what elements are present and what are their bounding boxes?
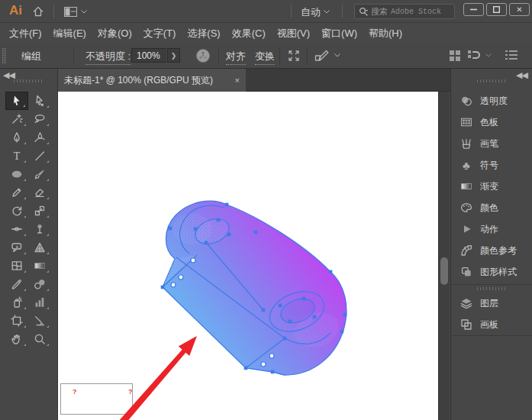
svg-text:T: T — [14, 150, 21, 162]
panel-actions[interactable]: 动作 — [451, 218, 532, 240]
separator — [342, 5, 343, 18]
direct-selection-tool[interactable] — [28, 92, 51, 110]
search-icon — [359, 7, 368, 16]
chevron-down-icon[interactable] — [485, 53, 492, 57]
transform-link[interactable]: 变换 — [255, 50, 275, 65]
menu-select[interactable]: 选择(S) — [187, 27, 220, 40]
vertical-scrollbar[interactable] — [438, 92, 450, 420]
selection-tool[interactable] — [5, 92, 28, 110]
mesh-tool[interactable] — [5, 257, 28, 275]
eyedropper-tool[interactable] — [5, 275, 28, 293]
separator — [73, 47, 74, 65]
perspective-grid-tool[interactable] — [28, 238, 51, 257]
minimize-button[interactable] — [463, 3, 484, 16]
blend-tool[interactable] — [28, 275, 51, 293]
menu-list-icon[interactable] — [505, 50, 517, 60]
panel-transparency[interactable]: 透明度 — [451, 90, 532, 111]
panel-artboards[interactable]: 画板 — [451, 314, 532, 335]
separator — [307, 47, 308, 65]
separator — [53, 5, 54, 18]
pencil-preset-icon[interactable] — [314, 49, 330, 63]
column-graph-tool[interactable] — [28, 293, 51, 312]
menu-edit[interactable]: 编辑(E) — [53, 27, 86, 40]
menu-view[interactable]: 视图(V) — [277, 27, 310, 40]
toolbar-panel: ◀◀ T — [0, 69, 58, 420]
tab-close-icon[interactable]: × — [235, 76, 240, 85]
collapse-panel-icon[interactable]: ◀◀ — [516, 70, 527, 80]
arrange-documents-icon[interactable] — [449, 50, 461, 62]
panel-grip[interactable] — [2, 48, 6, 64]
curvature-tool[interactable] — [28, 128, 51, 147]
separator — [291, 5, 292, 18]
gradient-icon — [460, 180, 472, 192]
menu-file[interactable]: 文件(F) — [9, 27, 42, 40]
canvas-artboard[interactable]: ? ? — [58, 92, 438, 420]
document-layout-icon[interactable] — [467, 50, 481, 62]
swatches-icon — [460, 116, 472, 128]
close-button[interactable]: ✕ — [509, 3, 530, 16]
panel-color[interactable]: 颜色 — [451, 197, 532, 218]
artboard-tool[interactable] — [5, 312, 28, 330]
width-tool[interactable] — [5, 220, 28, 238]
shaper-tool[interactable] — [5, 238, 28, 257]
search-brand: Adobe Stock — [391, 8, 441, 16]
magic-wand-tool[interactable] — [5, 110, 28, 128]
menu-object[interactable]: 对象(O) — [98, 27, 132, 40]
menu-help[interactable]: 帮助(H) — [369, 27, 402, 40]
red-arrow-annotation — [120, 336, 197, 420]
menu-window[interactable]: 窗口(W) — [321, 27, 357, 40]
layers-icon — [460, 297, 472, 309]
search-input[interactable]: 搜索 Adobe Stock — [354, 4, 455, 19]
panel-grip[interactable] — [477, 287, 506, 290]
lasso-tool[interactable] — [28, 110, 51, 128]
panel-layers[interactable]: 图层 — [451, 292, 532, 314]
maximize-button[interactable] — [486, 3, 507, 16]
chevron-down-icon[interactable] — [334, 53, 340, 57]
line-segment-tool[interactable] — [28, 147, 51, 165]
graphic-styles-icon — [460, 266, 472, 278]
scrollbar-thumb[interactable] — [440, 257, 448, 285]
pencil-tool[interactable] — [5, 183, 28, 202]
opacity-dropdown-arrow[interactable]: ❯ — [167, 48, 180, 63]
panel-grip[interactable] — [477, 79, 506, 82]
zoom-tool[interactable] — [28, 330, 51, 348]
document-tab-strip: 未标题-1* @ 100% (RGB/GPU 预览) × — [58, 69, 450, 92]
slice-tool[interactable] — [28, 312, 51, 330]
menu-effect[interactable]: 效果(C) — [232, 27, 266, 40]
panel-swatches[interactable]: 色板 — [451, 111, 532, 133]
workspace-switcher-icon[interactable] — [64, 7, 77, 17]
ellipse-tool[interactable] — [5, 165, 28, 183]
chevron-down-icon[interactable] — [324, 10, 330, 14]
hand-tool[interactable] — [5, 330, 28, 348]
pen-tool[interactable] — [5, 128, 28, 147]
recolor-artwork-icon[interactable] — [195, 48, 211, 63]
gradient-tool[interactable] — [28, 257, 51, 275]
collapse-panel-icon[interactable]: ◀◀ — [3, 70, 15, 80]
scale-tool[interactable] — [28, 202, 51, 220]
opacity-label[interactable]: 不透明度 : — [85, 50, 131, 65]
selection-type-label: 编组 — [21, 50, 41, 63]
panel-graphic-styles[interactable]: 图形样式 — [451, 261, 532, 283]
panel-color-guide[interactable]: 颜色参考 — [451, 240, 532, 261]
control-bar: 编组 不透明度 : 100% ❯ 对齐 变换 — [0, 44, 532, 69]
chevron-down-icon[interactable] — [81, 10, 87, 14]
align-link[interactable]: 对齐 — [226, 50, 246, 65]
paintbrush-tool[interactable] — [28, 165, 51, 183]
panel-symbols[interactable]: ♣ 符号 — [451, 154, 532, 176]
transparency-icon — [460, 95, 472, 107]
document-tab[interactable]: 未标题-1* @ 100% (RGB/GPU 预览) × — [58, 69, 246, 92]
symbol-sprayer-tool[interactable] — [5, 293, 28, 312]
transform-handles-icon[interactable] — [287, 49, 301, 63]
type-tool[interactable]: T — [5, 147, 28, 165]
panel-gradient[interactable]: 渐变 — [451, 176, 532, 197]
panel-brushes[interactable]: 画笔 — [451, 133, 532, 154]
auto-dropdown[interactable]: 自动 — [301, 5, 321, 19]
rotate-tool[interactable] — [5, 202, 28, 220]
home-icon[interactable] — [32, 5, 44, 18]
panel-grip[interactable] — [14, 79, 43, 82]
document-title: 未标题-1* @ 100% (RGB/GPU 预览) — [64, 74, 213, 87]
puppet-warp-tool[interactable] — [28, 220, 51, 238]
menu-type[interactable]: 文字(T) — [143, 27, 176, 40]
eraser-tool[interactable] — [28, 183, 51, 202]
opacity-input[interactable]: 100% — [131, 48, 166, 63]
